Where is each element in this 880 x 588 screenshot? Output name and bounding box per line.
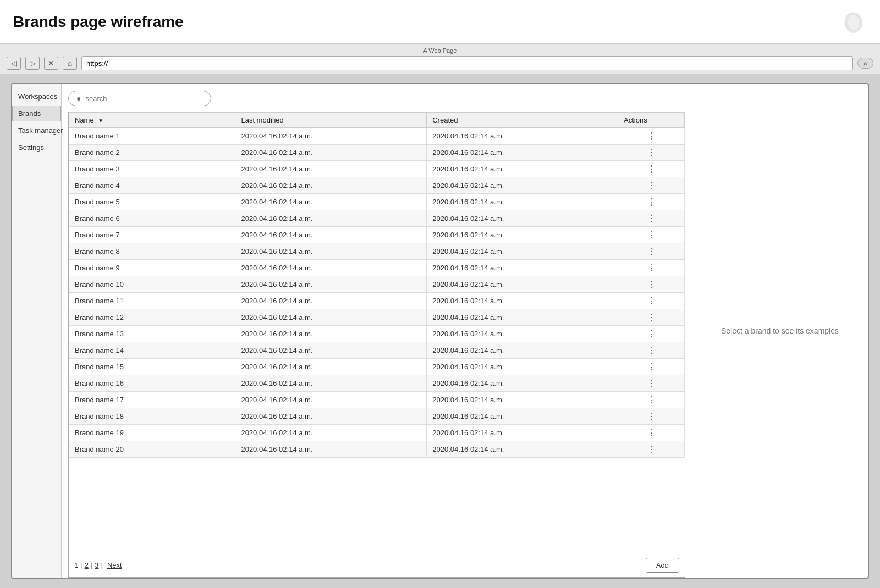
table-row[interactable]: Brand name 18 2020.04.16 02:14 a.m. 2020…	[69, 408, 685, 425]
cell-created: 2020.04.16 02:14 a.m.	[427, 359, 618, 375]
cell-name: Brand name 10	[69, 276, 235, 293]
table-row[interactable]: Brand name 2 2020.04.16 02:14 a.m. 2020.…	[69, 145, 685, 161]
next-page-link[interactable]: Next	[107, 561, 122, 569]
actions-menu-button[interactable]: ⋮	[647, 213, 656, 224]
page-current: 1	[74, 561, 78, 569]
table-row[interactable]: Brand name 13 2020.04.16 02:14 a.m. 2020…	[69, 326, 685, 342]
cell-last-modified: 2020.04.16 02:14 a.m.	[235, 392, 427, 408]
cell-actions: ⋮	[618, 243, 685, 260]
cell-name: Brand name 9	[69, 260, 235, 276]
actions-menu-button[interactable]: ⋮	[647, 246, 656, 257]
browser-bar: A Web Page ◁ ▷ ✕ ⌂ ⌕	[0, 44, 880, 74]
cell-actions: ⋮	[618, 293, 685, 309]
add-button[interactable]: Add	[646, 558, 679, 573]
table-row[interactable]: Brand name 14 2020.04.16 02:14 a.m. 2020…	[69, 342, 685, 359]
actions-menu-button[interactable]: ⋮	[647, 147, 656, 158]
table-row[interactable]: Brand name 9 2020.04.16 02:14 a.m. 2020.…	[69, 260, 685, 276]
table-row[interactable]: Brand name 8 2020.04.16 02:14 a.m. 2020.…	[69, 243, 685, 260]
table-row[interactable]: Brand name 17 2020.04.16 02:14 a.m. 2020…	[69, 392, 685, 408]
cell-name: Brand name 3	[69, 161, 235, 177]
cell-actions: ⋮	[618, 342, 685, 359]
actions-menu-button[interactable]: ⋮	[647, 296, 656, 306]
table-row[interactable]: Brand name 19 2020.04.16 02:14 a.m. 2020…	[69, 425, 685, 441]
search-input[interactable]	[85, 95, 203, 103]
actions-menu-button[interactable]: ⋮	[647, 444, 656, 454]
nav-forward-button[interactable]: ▷	[25, 57, 40, 70]
sidebar-item-settings[interactable]: Settings	[12, 140, 61, 156]
cell-created: 2020.04.16 02:14 a.m.	[427, 177, 618, 194]
cell-actions: ⋮	[618, 260, 685, 276]
actions-menu-button[interactable]: ⋮	[647, 230, 656, 240]
table-row[interactable]: Brand name 16 2020.04.16 02:14 a.m. 2020…	[69, 375, 685, 392]
actions-menu-button[interactable]: ⋮	[647, 131, 656, 141]
cell-actions: ⋮	[618, 276, 685, 293]
sidebar-item-task-manager[interactable]: Task manager	[12, 123, 61, 138]
table-row[interactable]: Brand name 7 2020.04.16 02:14 a.m. 2020.…	[69, 227, 685, 243]
actions-menu-button[interactable]: ⋮	[647, 345, 656, 356]
cell-actions: ⋮	[618, 408, 685, 425]
sidebar-item-brands[interactable]: Brands	[12, 106, 61, 121]
url-bar[interactable]	[81, 56, 853, 70]
cell-last-modified: 2020.04.16 02:14 a.m.	[235, 210, 427, 227]
cell-last-modified: 2020.04.16 02:14 a.m.	[235, 194, 427, 210]
cell-last-modified: 2020.04.16 02:14 a.m.	[235, 425, 427, 441]
cell-name: Brand name 15	[69, 359, 235, 375]
cell-actions: ⋮	[618, 177, 685, 194]
actions-menu-button[interactable]: ⋮	[647, 362, 656, 372]
cell-name: Brand name 14	[69, 342, 235, 359]
table-row[interactable]: Brand name 1 2020.04.16 02:14 a.m. 2020.…	[69, 128, 685, 145]
cell-created: 2020.04.16 02:14 a.m.	[427, 293, 618, 309]
nav-close-button[interactable]: ✕	[44, 57, 58, 70]
cell-created: 2020.04.16 02:14 a.m.	[427, 408, 618, 425]
table-row[interactable]: Brand name 4 2020.04.16 02:14 a.m. 2020.…	[69, 177, 685, 194]
table-header: Name ▼ Last modified Created Actions	[69, 113, 685, 128]
table-row[interactable]: Brand name 6 2020.04.16 02:14 a.m. 2020.…	[69, 210, 685, 227]
cell-last-modified: 2020.04.16 02:14 a.m.	[235, 177, 427, 194]
table-row[interactable]: Brand name 3 2020.04.16 02:14 a.m. 2020.…	[69, 161, 685, 177]
actions-menu-button[interactable]: ⋮	[647, 279, 656, 290]
cell-last-modified: 2020.04.16 02:14 a.m.	[235, 408, 427, 425]
cell-created: 2020.04.16 02:14 a.m.	[427, 161, 618, 177]
app-header: Brands page wireframe	[0, 0, 880, 44]
cell-created: 2020.04.16 02:14 a.m.	[427, 326, 618, 342]
cell-created: 2020.04.16 02:14 a.m.	[427, 276, 618, 293]
app-title: Brands page wireframe	[13, 13, 184, 31]
brands-table: Name ▼ Last modified Created Actions Bra…	[69, 112, 685, 458]
cell-last-modified: 2020.04.16 02:14 a.m.	[235, 342, 427, 359]
page-3-link[interactable]: 3	[95, 561, 98, 569]
actions-menu-button[interactable]: ⋮	[647, 329, 656, 339]
actions-menu-button[interactable]: ⋮	[647, 428, 656, 438]
cell-name: Brand name 20	[69, 441, 235, 458]
pagination: 1 | 2 | 3 | Next	[74, 561, 122, 569]
browser-window: WorkspacesBrandsTask managerSettings ●	[11, 83, 869, 579]
actions-menu-button[interactable]: ⋮	[647, 395, 656, 405]
cell-actions: ⋮	[618, 145, 685, 161]
col-name[interactable]: Name ▼	[69, 113, 235, 128]
actions-menu-button[interactable]: ⋮	[647, 164, 656, 174]
table-row[interactable]: Brand name 12 2020.04.16 02:14 a.m. 2020…	[69, 309, 685, 326]
cell-actions: ⋮	[618, 227, 685, 243]
table-row[interactable]: Brand name 15 2020.04.16 02:14 a.m. 2020…	[69, 359, 685, 375]
actions-menu-button[interactable]: ⋮	[647, 378, 656, 389]
table-row[interactable]: Brand name 20 2020.04.16 02:14 a.m. 2020…	[69, 441, 685, 458]
table-row[interactable]: Brand name 10 2020.04.16 02:14 a.m. 2020…	[69, 276, 685, 293]
nav-home-button[interactable]: ⌂	[63, 57, 77, 70]
actions-menu-button[interactable]: ⋮	[647, 411, 656, 421]
table-row[interactable]: Brand name 5 2020.04.16 02:14 a.m. 2020.…	[69, 194, 685, 210]
actions-menu-button[interactable]: ⋮	[647, 312, 656, 323]
sidebar-item-workspaces[interactable]: Workspaces	[12, 88, 61, 104]
browser-controls: ◁ ▷ ✕ ⌂ ⌕	[7, 56, 873, 70]
nav-back-button[interactable]: ◁	[7, 57, 21, 70]
actions-menu-button[interactable]: ⋮	[647, 180, 656, 191]
actions-menu-button[interactable]: ⋮	[647, 197, 656, 207]
cell-name: Brand name 7	[69, 227, 235, 243]
bottom-bar: 1 | 2 | 3 | Next Add	[69, 553, 685, 577]
col-actions: Actions	[618, 113, 685, 128]
cell-created: 2020.04.16 02:14 a.m.	[427, 145, 618, 161]
table-row[interactable]: Brand name 11 2020.04.16 02:14 a.m. 2020…	[69, 293, 685, 309]
cell-name: Brand name 19	[69, 425, 235, 441]
cell-last-modified: 2020.04.16 02:14 a.m.	[235, 293, 427, 309]
page-2-link[interactable]: 2	[85, 561, 89, 569]
actions-menu-button[interactable]: ⋮	[647, 263, 656, 273]
browser-search-button[interactable]: ⌕	[857, 58, 873, 69]
